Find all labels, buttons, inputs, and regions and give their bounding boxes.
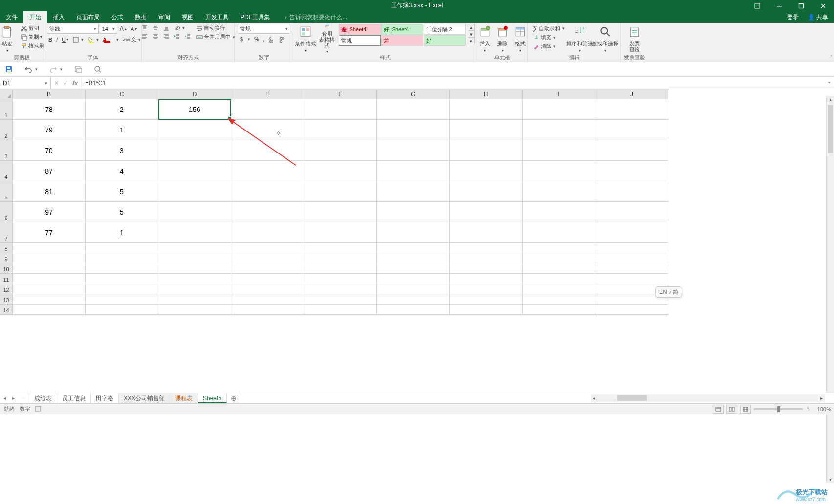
- cell[interactable]: 87: [13, 161, 86, 181]
- cell[interactable]: [158, 253, 231, 263]
- zoom-knob[interactable]: [777, 406, 780, 412]
- cell[interactable]: [450, 274, 523, 284]
- cell[interactable]: [304, 222, 377, 243]
- cell[interactable]: [450, 181, 523, 202]
- tab-pagelayout[interactable]: 页面布局: [70, 11, 106, 23]
- style-gallery[interactable]: 差_Sheet4 好_Sheet4 千位分隔 2 常规 差 好: [339, 24, 466, 46]
- col-header[interactable]: B: [13, 89, 86, 99]
- cell[interactable]: [377, 161, 450, 181]
- cell[interactable]: [158, 202, 231, 222]
- cut-button[interactable]: 剪切: [19, 24, 46, 32]
- cell[interactable]: [13, 243, 86, 253]
- cell[interactable]: [450, 202, 523, 222]
- style-item[interactable]: 差: [381, 35, 423, 46]
- cell[interactable]: [304, 284, 377, 294]
- sheet-tab[interactable]: XXX公司销售额: [119, 393, 170, 403]
- cell[interactable]: [13, 253, 86, 263]
- cell[interactable]: [523, 305, 595, 315]
- row-header[interactable]: 3: [0, 140, 13, 161]
- fill-button[interactable]: 填充: [531, 33, 566, 42]
- italic-button[interactable]: I: [55, 36, 59, 43]
- cell[interactable]: 2: [86, 99, 158, 120]
- cell[interactable]: [158, 274, 231, 284]
- cell[interactable]: [86, 274, 158, 284]
- cell[interactable]: [231, 202, 304, 222]
- view-normal-icon[interactable]: [713, 405, 724, 414]
- decrease-decimal-icon[interactable]: .00.0: [278, 35, 287, 43]
- col-header[interactable]: G: [377, 89, 450, 99]
- cell[interactable]: [158, 140, 231, 161]
- align-bottom-icon[interactable]: [161, 24, 171, 32]
- row-header[interactable]: 2: [0, 120, 13, 140]
- cell[interactable]: 70: [13, 140, 86, 161]
- cell[interactable]: [377, 305, 450, 315]
- fill-color-button[interactable]: [86, 36, 100, 44]
- row-header[interactable]: 4: [0, 161, 13, 181]
- sheet-nav[interactable]: ◂▸⋯: [0, 393, 29, 403]
- table-format-button[interactable]: 套用 表格格式▾: [317, 24, 337, 54]
- style-item[interactable]: 常规: [339, 35, 381, 46]
- decrease-indent-icon[interactable]: [172, 32, 182, 40]
- cell[interactable]: [523, 161, 595, 181]
- cell[interactable]: [13, 284, 86, 294]
- hscroll-right-icon[interactable]: ▸: [818, 395, 825, 401]
- cell[interactable]: [450, 99, 523, 120]
- orientation-icon[interactable]: ab: [172, 24, 186, 32]
- cell[interactable]: 1: [86, 120, 158, 140]
- increase-indent-icon[interactable]: [183, 32, 193, 40]
- cell[interactable]: [86, 284, 158, 294]
- find-select-button[interactable]: 查找和选择▾: [593, 24, 617, 54]
- cell[interactable]: [450, 140, 523, 161]
- row-header[interactable]: 13: [0, 294, 13, 305]
- cell[interactable]: [86, 305, 158, 315]
- cell[interactable]: [595, 99, 668, 120]
- vertical-scrollbar[interactable]: ▴ ▾: [826, 96, 834, 483]
- cell[interactable]: [377, 263, 450, 274]
- horizontal-scrollbar[interactable]: ◂ ▸: [591, 394, 825, 402]
- cell[interactable]: [304, 181, 377, 202]
- cancel-formula-icon[interactable]: ✕: [54, 79, 59, 87]
- row-header[interactable]: 1: [0, 99, 13, 120]
- cell[interactable]: [523, 140, 595, 161]
- cell[interactable]: [231, 263, 304, 274]
- cell[interactable]: [523, 284, 595, 294]
- hscroll-thumb[interactable]: [617, 395, 647, 401]
- cell[interactable]: [231, 305, 304, 315]
- cell[interactable]: [377, 99, 450, 120]
- qat-icon-1[interactable]: [74, 66, 82, 73]
- cell[interactable]: [231, 99, 304, 120]
- cell[interactable]: [231, 243, 304, 253]
- print-preview-icon[interactable]: [94, 66, 102, 73]
- font-name-select[interactable]: 等线▾: [47, 24, 99, 34]
- delete-cells-button[interactable]: 删除▾: [495, 24, 510, 54]
- fx-icon[interactable]: fx: [72, 79, 78, 87]
- cell[interactable]: [158, 222, 231, 243]
- cell[interactable]: [231, 161, 304, 181]
- cell[interactable]: [450, 253, 523, 263]
- enter-formula-icon[interactable]: ✓: [63, 79, 68, 87]
- tab-data[interactable]: 数据: [129, 11, 153, 23]
- cell[interactable]: [86, 263, 158, 274]
- tab-pdf[interactable]: PDF工具集: [235, 11, 276, 23]
- cell[interactable]: [231, 181, 304, 202]
- align-middle-icon[interactable]: [151, 24, 160, 32]
- share-button[interactable]: 👤 共享: [805, 11, 831, 23]
- cell[interactable]: [304, 120, 377, 140]
- save-icon[interactable]: [5, 66, 13, 73]
- cell[interactable]: [595, 253, 668, 263]
- cell[interactable]: [450, 294, 523, 305]
- cell[interactable]: [595, 305, 668, 315]
- cell[interactable]: 97: [13, 202, 86, 222]
- expand-formula-bar-icon[interactable]: ⌄: [827, 79, 831, 84]
- view-pagelayout-icon[interactable]: [726, 405, 737, 414]
- cell[interactable]: [450, 284, 523, 294]
- login-button[interactable]: 登录: [784, 11, 802, 23]
- cell[interactable]: [523, 274, 595, 284]
- col-header[interactable]: D: [158, 89, 231, 99]
- cell[interactable]: [377, 274, 450, 284]
- style-item[interactable]: 千位分隔 2: [424, 24, 466, 35]
- cell[interactable]: [523, 263, 595, 274]
- cell[interactable]: [595, 202, 668, 222]
- collapse-ribbon-icon[interactable]: ˆ: [831, 55, 832, 61]
- cell[interactable]: [450, 263, 523, 274]
